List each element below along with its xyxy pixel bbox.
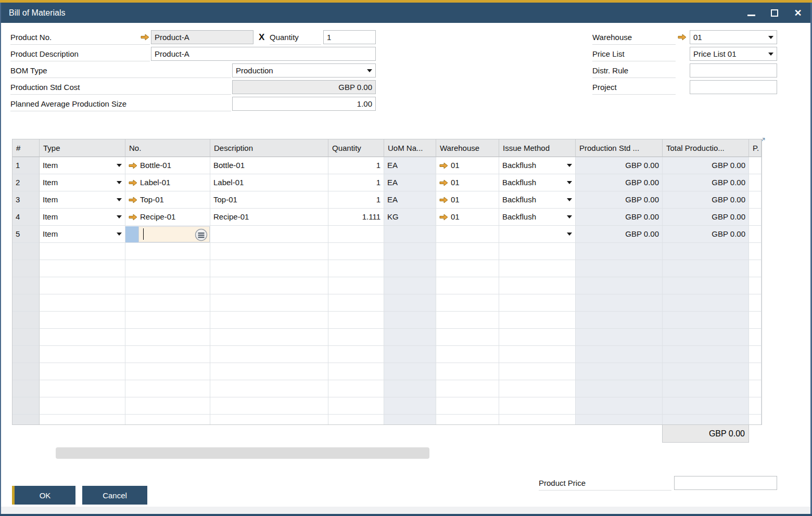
- issue-method-cell[interactable]: [499, 260, 576, 277]
- warehouse-cell[interactable]: 01: [436, 174, 499, 191]
- type-cell[interactable]: [40, 312, 125, 329]
- description-cell[interactable]: [210, 415, 328, 425]
- item-no-cell[interactable]: [125, 260, 210, 277]
- item-no-cell[interactable]: [125, 380, 210, 397]
- quantity-cell[interactable]: [328, 329, 384, 346]
- row-number-cell[interactable]: 1: [12, 157, 40, 174]
- col-header-issue-method[interactable]: Issue Method: [499, 139, 576, 157]
- project-field[interactable]: [690, 80, 777, 94]
- titlebar[interactable]: Bill of Materials: [0, 3, 812, 23]
- chevron-down-icon[interactable]: [567, 233, 572, 236]
- issue-method-cell[interactable]: [499, 415, 576, 425]
- item-no-cell[interactable]: [125, 243, 210, 260]
- product-description-field[interactable]: Product-A: [151, 47, 376, 61]
- type-cell[interactable]: [40, 415, 125, 425]
- issue-method-cell[interactable]: [499, 380, 576, 397]
- price-list-dropdown[interactable]: Price List 01: [690, 47, 777, 61]
- description-cell[interactable]: [210, 329, 328, 346]
- type-cell[interactable]: Item: [40, 174, 125, 191]
- distr-rule-field[interactable]: [690, 63, 777, 78]
- col-header-uom[interactable]: UoM Na...: [384, 139, 436, 157]
- issue-method-cell[interactable]: Backflush: [499, 174, 576, 191]
- issue-method-cell[interactable]: Backflush: [499, 157, 576, 174]
- link-arrow-icon[interactable]: [141, 34, 149, 41]
- col-header-type[interactable]: Type: [40, 139, 125, 157]
- link-arrow-icon[interactable]: [439, 214, 448, 221]
- row-number-cell[interactable]: 4: [12, 209, 40, 226]
- close-button[interactable]: ✕: [793, 8, 803, 18]
- description-cell[interactable]: [210, 260, 328, 277]
- product-price-field[interactable]: [674, 476, 777, 490]
- type-cell[interactable]: [40, 294, 125, 312]
- horizontal-scrollbar[interactable]: [56, 447, 429, 459]
- type-cell[interactable]: Item: [40, 191, 125, 209]
- row-number-cell[interactable]: [12, 277, 40, 294]
- item-no-cell[interactable]: Recipe-01: [125, 209, 210, 226]
- chevron-down-icon[interactable]: [117, 181, 122, 184]
- quantity-cell[interactable]: [328, 312, 384, 329]
- quantity-field[interactable]: 1: [323, 30, 376, 44]
- chevron-down-icon[interactable]: [117, 233, 122, 236]
- link-arrow-icon[interactable]: [129, 197, 137, 203]
- description-cell[interactable]: [210, 380, 328, 397]
- quantity-cell[interactable]: [328, 277, 384, 294]
- row-number-cell[interactable]: 5: [12, 226, 40, 243]
- ok-button[interactable]: OK: [12, 486, 75, 505]
- link-arrow-icon[interactable]: [439, 179, 448, 186]
- warehouse-cell[interactable]: [436, 294, 499, 312]
- item-no-cell[interactable]: [125, 415, 210, 425]
- warehouse-dropdown[interactable]: 01: [690, 30, 777, 44]
- warehouse-cell[interactable]: 01: [436, 191, 499, 209]
- item-no-cell[interactable]: Label-01: [125, 174, 210, 191]
- quantity-cell[interactable]: 1.111: [328, 209, 384, 226]
- row-number-cell[interactable]: [12, 380, 40, 397]
- description-cell[interactable]: [210, 363, 328, 380]
- item-no-edit-cell[interactable]: [125, 226, 210, 243]
- link-arrow-icon[interactable]: [678, 34, 687, 41]
- warehouse-cell[interactable]: [436, 277, 499, 294]
- issue-method-cell[interactable]: [499, 226, 576, 243]
- type-cell[interactable]: Item: [40, 226, 125, 243]
- issue-method-cell[interactable]: [499, 329, 576, 346]
- item-no-cell[interactable]: [125, 312, 210, 329]
- type-cell[interactable]: [40, 277, 125, 294]
- row-number-cell[interactable]: [12, 346, 40, 363]
- quantity-cell[interactable]: 1: [328, 174, 384, 191]
- description-cell[interactable]: Top-01: [210, 191, 328, 209]
- col-header-description[interactable]: Description: [210, 139, 328, 157]
- issue-method-cell[interactable]: Backflush: [499, 209, 576, 226]
- choose-from-list-icon[interactable]: [195, 228, 208, 241]
- type-cell[interactable]: [40, 260, 125, 277]
- quantity-cell[interactable]: [328, 226, 384, 243]
- issue-method-cell[interactable]: [499, 397, 576, 415]
- warehouse-cell[interactable]: [436, 312, 499, 329]
- issue-method-cell[interactable]: [499, 346, 576, 363]
- col-header-num[interactable]: #: [12, 139, 40, 157]
- item-no-cell[interactable]: [125, 397, 210, 415]
- description-cell[interactable]: Label-01: [210, 174, 328, 191]
- item-no-input[interactable]: [138, 226, 210, 242]
- issue-method-cell[interactable]: [499, 243, 576, 260]
- chevron-down-icon[interactable]: [567, 164, 572, 167]
- quantity-cell[interactable]: [328, 363, 384, 380]
- description-cell[interactable]: [210, 294, 328, 312]
- description-cell[interactable]: [210, 346, 328, 363]
- description-cell[interactable]: [210, 226, 328, 243]
- link-arrow-icon[interactable]: [129, 214, 137, 221]
- item-no-cell[interactable]: [125, 277, 210, 294]
- col-header-no[interactable]: No.: [125, 139, 210, 157]
- warehouse-cell[interactable]: [436, 363, 499, 380]
- chevron-down-icon[interactable]: [117, 215, 122, 218]
- col-header-warehouse[interactable]: Warehouse: [436, 139, 499, 157]
- description-cell[interactable]: [210, 312, 328, 329]
- item-no-cell[interactable]: [125, 294, 210, 312]
- issue-method-cell[interactable]: Backflush: [499, 191, 576, 209]
- col-header-production-std[interactable]: Production Std ...: [576, 139, 663, 157]
- bom-type-dropdown[interactable]: Production: [232, 63, 376, 78]
- row-number-cell[interactable]: [12, 415, 40, 425]
- type-cell[interactable]: Item: [40, 157, 125, 174]
- item-no-cell[interactable]: [125, 363, 210, 380]
- warehouse-cell[interactable]: [436, 346, 499, 363]
- type-cell[interactable]: [40, 363, 125, 380]
- chevron-down-icon[interactable]: [567, 181, 572, 184]
